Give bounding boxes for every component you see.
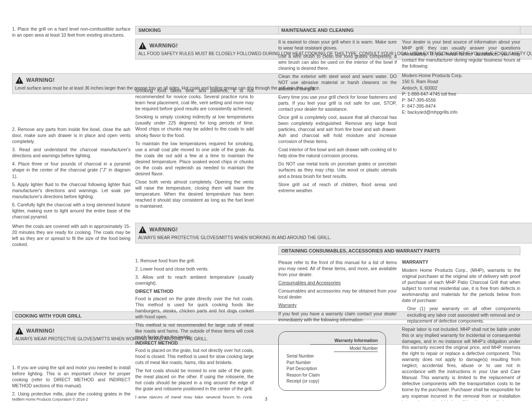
obtaining-header-bar: OBTAINING CONSUMABLES, ACCESSORIES AND W… — [278, 246, 520, 255]
col4-contact: Your dealer is your best source of infor… — [402, 39, 520, 117]
svg-rect-3 — [19, 333, 20, 333]
warning-icon — [138, 226, 147, 234]
indirect-method-section: INDIRECT METHOD Food is placed on the gr… — [135, 340, 254, 399]
warn-title: WARNING! — [149, 227, 178, 233]
direct-method-section: DIRECT METHOD Food is placed on the grat… — [135, 289, 254, 342]
col2-smoking-body: Smoking food takes time and patience, it… — [135, 87, 254, 211]
direct-header: DIRECT METHOD — [135, 289, 254, 294]
warn-body: ALWAYS WEAR PROTECTIVE GLOVES/MITTS WHEN… — [138, 235, 532, 240]
footer-copyright: Modern Home Products Corporation © 2016-… — [12, 397, 88, 402]
warning-box-extinguish: WARNING! ALWAYS WEAR PROTECTIVE GLOVES/M… — [135, 223, 532, 243]
warning-icon — [15, 76, 24, 84]
col1-step1: 1. Place the grill on a hard level non-c… — [12, 26, 131, 38]
col2-extinguish-steps: 1. Remove food from the grill. 2. Lower … — [135, 258, 254, 288]
col3-obtaining-body: Please refer to the front of this manual… — [278, 259, 397, 325]
warning-icon — [138, 42, 147, 50]
svg-rect-2 — [19, 330, 20, 332]
col1-steps-2-6: 2. Remove any parts from inside fire bow… — [12, 126, 131, 249]
indirect-header: INDIRECT METHOD — [135, 340, 254, 346]
svg-rect-0 — [19, 79, 20, 81]
warn-title: WARNING! — [26, 77, 55, 83]
svg-rect-7 — [142, 231, 143, 232]
warranty-header: WARRANTY — [402, 259, 520, 265]
maintenance-header-bar: MAINTENANCE AND CLEANING — [278, 26, 520, 34]
col3-maintenance-body: It is easiest to clean your grill when i… — [278, 39, 397, 196]
svg-rect-5 — [142, 47, 143, 48]
warranty-info-card: Warranty Information Model Number Serial… — [278, 331, 386, 391]
warn-title: WARNING! — [26, 328, 55, 334]
svg-rect-4 — [142, 45, 143, 47]
page-number: 3 — [264, 396, 267, 402]
warn-title: WARNING! — [149, 43, 178, 49]
svg-rect-6 — [142, 229, 143, 231]
col1-cook-steps: 1. If you are using the spit and motor y… — [12, 364, 131, 399]
warning-icon — [15, 327, 24, 335]
col1-top: 1. Place the grill on a hard level non-c… — [12, 26, 131, 40]
col4-warranty-section: WARRANTY Modern Home Products Corp., (MH… — [402, 259, 520, 401]
svg-rect-1 — [19, 82, 20, 83]
